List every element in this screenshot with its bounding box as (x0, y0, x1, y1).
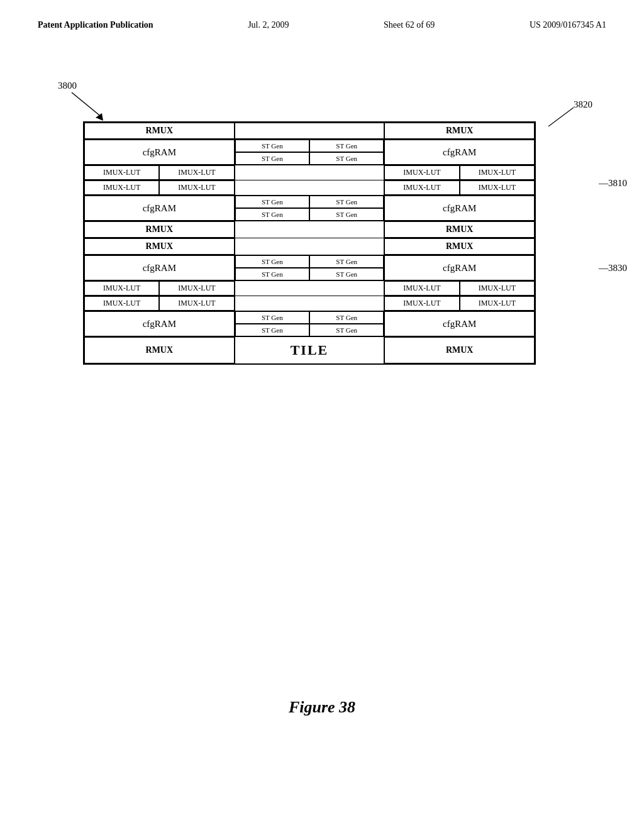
rmux-cell-r1c3: RMUX (384, 123, 535, 139)
imux-r4-l2: IMUX-LUT (159, 180, 234, 195)
imux-r3-r1: IMUX-LUT (384, 165, 459, 180)
imux-r3-l1: IMUX-LUT (84, 165, 159, 180)
label-3830: —3830 (599, 263, 627, 274)
arrow-3800-icon (65, 89, 109, 121)
imux-r9-r1: IMUX-LUT (384, 281, 459, 296)
imux-r4-l1: IMUX-LUT (84, 180, 159, 195)
stgen-r5-4: ST Gen (309, 208, 384, 221)
imux-pair-r3-left: IMUX-LUT IMUX-LUT (84, 165, 235, 180)
cfgram-r8c1: cfgRAM (84, 255, 235, 280)
imux-r3-r2: IMUX-LUT (460, 165, 535, 180)
imux-r10-r1: IMUX-LUT (384, 296, 459, 311)
imux-r3-l2: IMUX-LUT (159, 165, 234, 180)
rmux-cell-r7c1: RMUX (84, 238, 235, 255)
stgen-r8-1: ST Gen (235, 255, 309, 268)
publication-label: Patent Application Publication (38, 20, 153, 30)
imux-pair-r4-left: IMUX-LUT IMUX-LUT (84, 180, 235, 195)
stgen-group-r2: ST Gen ST Gen ST Gen ST Gen (235, 140, 385, 165)
stgen-r2-4: ST Gen (309, 152, 384, 165)
empty-r9c2 (235, 281, 385, 296)
imux-r9-l2: IMUX-LUT (159, 281, 234, 296)
stgen-r11-4: ST Gen (309, 324, 384, 336)
stgen-r11-1: ST Gen (235, 311, 309, 324)
stgen-r8-3: ST Gen (235, 268, 309, 280)
imux-r10-r2: IMUX-LUT (460, 296, 535, 311)
stgen-r5-1: ST Gen (235, 196, 309, 208)
imux-r10-l2: IMUX-LUT (159, 296, 234, 311)
patent-number: US 2009/0167345 A1 (530, 20, 606, 30)
stgen-group-r8: ST Gen ST Gen ST Gen ST Gen (235, 255, 385, 280)
stgen-r2-1: ST Gen (235, 140, 309, 152)
empty-r4c2 (235, 180, 385, 195)
stgen-r5-3: ST Gen (235, 208, 309, 221)
rmux-cell-r12c3: RMUX (384, 337, 535, 363)
stgen-r2-3: ST Gen (235, 152, 309, 165)
empty-r10c2 (235, 296, 385, 311)
cfgram-r2c1: cfgRAM (84, 140, 235, 165)
empty-r3c2 (235, 165, 385, 180)
imux-r9-r2: IMUX-LUT (460, 281, 535, 296)
label-3810: —3810 (599, 178, 627, 189)
stgen-group-r5: ST Gen ST Gen ST Gen ST Gen (235, 196, 385, 221)
imux-pair-r10-left: IMUX-LUT IMUX-LUT (84, 296, 235, 311)
rmux-cell-r6c1: RMUX (84, 221, 235, 238)
stgen-r2-2: ST Gen (309, 140, 384, 152)
cfgram-r5c1: cfgRAM (84, 196, 235, 221)
imux-r4-r2: IMUX-LUT (460, 180, 535, 195)
figure-caption: Figure 38 (0, 698, 644, 717)
stgen-r8-2: ST Gen (309, 255, 384, 268)
line-3820-icon (536, 104, 586, 130)
empty-r7c2 (235, 238, 385, 255)
imux-r10-l1: IMUX-LUT (84, 296, 159, 311)
imux-pair-r9-left: IMUX-LUT IMUX-LUT (84, 281, 235, 296)
imux-r4-r1: IMUX-LUT (384, 180, 459, 195)
rmux-cell-r7c3: RMUX (384, 238, 535, 255)
imux-pair-r10-right: IMUX-LUT IMUX-LUT (384, 296, 535, 311)
sheet-label: Sheet 62 of 69 (384, 20, 435, 30)
svg-line-2 (548, 108, 574, 126)
stgen-r8-4: ST Gen (309, 268, 384, 280)
empty-r6c2 (235, 221, 385, 238)
imux-pair-r9-right: IMUX-LUT IMUX-LUT (384, 281, 535, 296)
imux-pair-r3-right: IMUX-LUT IMUX-LUT (384, 165, 535, 180)
rmux-cell-r1c1: RMUX (84, 123, 235, 139)
page-header: Patent Application Publication Jul. 2, 2… (0, 0, 644, 30)
date-label: Jul. 2, 2009 (248, 20, 289, 30)
tile-box: RMUX RMUX cfgRAM ST Gen ST Gen ST Gen ST… (83, 121, 536, 365)
rmux-cell-r12c1: RMUX (84, 337, 235, 363)
cfgram-r11c1: cfgRAM (84, 311, 235, 336)
rmux-cell-r6c3: RMUX (384, 221, 535, 238)
cfgram-r2c3: cfgRAM (384, 140, 535, 165)
stgen-group-r11: ST Gen ST Gen ST Gen ST Gen (235, 311, 385, 336)
tile-label: TILE (235, 337, 385, 363)
svg-line-0 (72, 92, 100, 116)
bottom-row: RMUX TILE RMUX (84, 337, 535, 363)
stgen-r5-2: ST Gen (309, 196, 384, 208)
svg-marker-1 (96, 113, 103, 121)
empty-r1c2 (235, 123, 385, 139)
cfgram-r11c3: cfgRAM (384, 311, 535, 336)
imux-pair-r4-right: IMUX-LUT IMUX-LUT (384, 180, 535, 195)
stgen-r11-3: ST Gen (235, 324, 309, 336)
stgen-r11-2: ST Gen (309, 311, 384, 324)
cfgram-r5c3: cfgRAM (384, 196, 535, 221)
cfgram-r8c3: cfgRAM (384, 255, 535, 280)
imux-r9-l1: IMUX-LUT (84, 281, 159, 296)
